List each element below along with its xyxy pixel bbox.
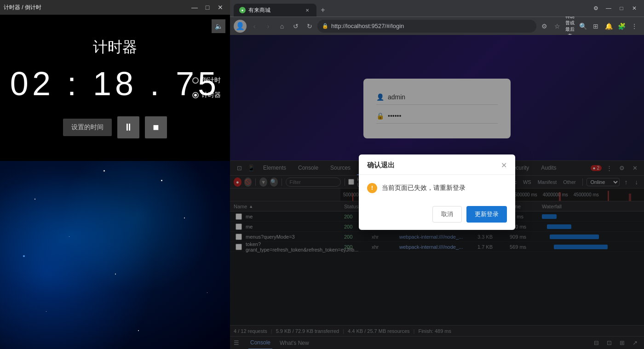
timer-radio-circle xyxy=(192,92,199,98)
browser-close-btn[interactable]: ✕ xyxy=(628,2,640,14)
search-btn[interactable]: 🔍 xyxy=(577,20,589,32)
modal-footer: 取消 更新登录 xyxy=(359,201,515,230)
toolbar-actions: ⚙ ☆ 特朗普或最后夺 🔍 ⊞ 🔔 🧩 ⋮ xyxy=(538,20,640,32)
menu-btn[interactable]: ⋮ xyxy=(628,20,640,32)
timer-mode-countdown[interactable]: 倒计时 xyxy=(192,76,221,85)
timer-mode-timer[interactable]: 计时器 xyxy=(192,91,221,99)
modal-dialog: 确认退出 ✕ ! 当前页面已失效，请重新登录 取消 更新登录 xyxy=(359,154,515,230)
countdown-label: 倒计时 xyxy=(201,76,221,85)
timer-pause-btn[interactable]: ⏸ xyxy=(117,116,139,138)
timer-close-btn[interactable]: ✕ xyxy=(214,1,226,13)
timer-set-time-btn[interactable]: 设置的时间 xyxy=(63,119,112,136)
star xyxy=(23,255,25,257)
browser-content: 👤 admin 🔒 •••••• 确认退出 ✕ ! 当前页面已失效，请重新登录 xyxy=(230,35,644,349)
timer-window: 计时器 / 倒计时 — □ ✕ 🔈 计时器 02 : 18 . 75 设置的时间… xyxy=(0,0,230,161)
user-avatar: 👤 xyxy=(234,20,247,33)
tab-favicon: ● xyxy=(239,7,246,13)
browser-titlebar: ● 有来商城 ✕ + ⚙ — □ ✕ xyxy=(230,0,644,17)
modal-title: 确认退出 xyxy=(367,161,395,170)
star xyxy=(184,217,185,218)
back-btn[interactable]: ‹ xyxy=(248,20,260,32)
timer-display: 02 : 18 . 75 xyxy=(10,65,220,103)
confirm-btn[interactable]: 更新登录 xyxy=(466,206,507,223)
extensions2-btn[interactable]: 🧩 xyxy=(615,20,627,32)
space-background xyxy=(0,161,230,349)
modal-overlay[interactable]: 确认退出 ✕ ! 当前页面已失效，请重新登录 取消 更新登录 xyxy=(230,35,644,349)
timer-restore-btn[interactable]: □ xyxy=(201,1,213,13)
browser-window-controls: ⚙ — □ ✕ xyxy=(590,2,640,14)
browser-tab-active[interactable]: ● 有来商城 ✕ xyxy=(234,4,316,17)
extensions-btn[interactable]: ⚙ xyxy=(538,20,550,32)
address-bar[interactable]: 🔒 http://localhost:9527/#/login xyxy=(317,20,536,33)
star xyxy=(46,311,46,312)
timer-body: 🔈 计时器 02 : 18 . 75 设置的时间 ⏸ ■ 倒计时 计时器 xyxy=(0,15,230,161)
address-lock-icon: 🔒 xyxy=(322,23,328,29)
star xyxy=(138,330,139,331)
timer-controls: 设置的时间 ⏸ ■ xyxy=(63,116,167,138)
browser-minimize-btn[interactable]: — xyxy=(603,2,615,14)
timer-mode-group: 倒计时 计时器 xyxy=(192,76,221,99)
timer-title-text: 计时器 / 倒计时 xyxy=(4,4,41,11)
new-tab-btn[interactable]: + xyxy=(316,4,329,17)
browser-window: ● 有来商城 ✕ + ⚙ — □ ✕ 👤 ‹ › ⌂ ↺ ↻ 🔒 http://… xyxy=(230,0,644,349)
user-profile-btn[interactable]: 特朗普或最后夺 xyxy=(564,20,576,32)
star xyxy=(104,170,105,172)
modal-message: 当前页面已失效，请重新登录 xyxy=(382,184,466,192)
countdown-radio-circle xyxy=(192,77,199,84)
modal-close-btn[interactable]: ✕ xyxy=(501,161,507,170)
tab-label: 有来商城 xyxy=(248,6,270,14)
timer-minimize-btn[interactable]: — xyxy=(189,1,201,13)
star xyxy=(161,180,162,181)
timer-window-controls: — □ ✕ xyxy=(189,1,226,13)
star xyxy=(115,274,116,275)
browser-restore-btn[interactable]: □ xyxy=(615,2,627,14)
timer-volume-btn[interactable]: 🔈 xyxy=(212,19,225,33)
browser-toolbar: 👤 ‹ › ⌂ ↺ ↻ 🔒 http://localhost:9527/#/lo… xyxy=(230,17,644,35)
warning-icon: ! xyxy=(367,183,377,193)
timer-label: 计时器 xyxy=(201,91,221,99)
star xyxy=(69,236,69,237)
timer-heading: 计时器 xyxy=(93,37,137,57)
tab-close-btn[interactable]: ✕ xyxy=(304,6,311,14)
notifications-btn[interactable]: 🔔 xyxy=(603,20,615,32)
modal-body: ! 当前页面已失效，请重新登录 xyxy=(359,175,515,201)
stop-btn[interactable]: ↻ xyxy=(304,20,316,32)
stars xyxy=(0,161,230,349)
address-text: http://localhost:9527/#/login xyxy=(331,23,404,29)
grid-btn[interactable]: ⊞ xyxy=(590,20,602,32)
reload-btn[interactable]: ↺ xyxy=(290,20,302,32)
star xyxy=(207,292,207,293)
modal-header: 确认退出 ✕ xyxy=(359,154,515,175)
browser-settings-btn[interactable]: ⚙ xyxy=(590,2,602,14)
timer-titlebar: 计时器 / 倒计时 — □ ✕ xyxy=(0,0,230,15)
timer-stop-btn[interactable]: ■ xyxy=(145,116,167,138)
bookmark-btn[interactable]: ☆ xyxy=(551,20,563,32)
home-btn[interactable]: ⌂ xyxy=(276,20,288,32)
cancel-btn[interactable]: 取消 xyxy=(432,206,462,223)
star xyxy=(34,199,35,200)
forward-btn[interactable]: › xyxy=(262,20,274,32)
